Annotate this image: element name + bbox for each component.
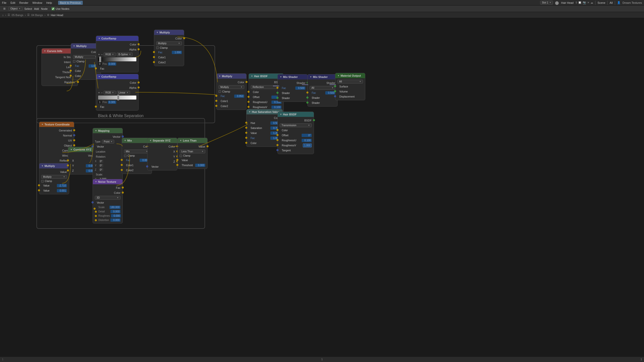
hair-bsdf2-header[interactable]: ▼ Hair BSDF bbox=[278, 112, 314, 117]
status-mid: 1 bbox=[321, 358, 323, 361]
mm-color-out: Color bbox=[154, 36, 184, 41]
less-than-header[interactable]: ▼ Less Than bbox=[178, 138, 207, 143]
mb-dropdown[interactable]: Multiply ▼ bbox=[39, 174, 69, 179]
mix-shader1-node[interactable]: ▼ Mix Shader Shader Fac 0.500 Shader Sha… bbox=[277, 74, 308, 102]
cr2-add-btn[interactable]: + bbox=[98, 91, 100, 95]
socket-hb2-offset-in bbox=[276, 134, 278, 136]
multiply-bottom-header[interactable]: ▼ Multiply bbox=[39, 163, 69, 168]
socket-mmi-fac-in bbox=[215, 95, 217, 97]
add-btn[interactable]: Add bbox=[34, 7, 39, 10]
mt-clamp-check[interactable] bbox=[73, 60, 75, 63]
socket-sxyz-vec-in bbox=[146, 165, 148, 167]
socket-hb1-roughv-in bbox=[248, 106, 250, 108]
nt-rough-row: Roughnes 0.000 bbox=[93, 214, 123, 218]
breadcrumb-05bangs[interactable]: 05 Bangs bbox=[12, 14, 23, 17]
layout-icon[interactable]: ⊞ bbox=[2, 7, 7, 11]
sxyz-color-out: Color bbox=[147, 144, 177, 149]
mo-dropdown[interactable]: All ▼ bbox=[335, 79, 365, 84]
mapping-header[interactable]: ▼ Mapping bbox=[93, 128, 123, 133]
separate-xyz-node[interactable]: ▼ Separate XYZ Color X Y Z Vector bbox=[147, 138, 177, 170]
breadcrumb-hairhead[interactable]: Hair Head bbox=[51, 14, 63, 17]
noise-texture-header[interactable]: ▼ Noise Texture bbox=[93, 179, 123, 184]
socket-cr1-alpha bbox=[138, 48, 140, 50]
menu-file[interactable]: File bbox=[2, 1, 7, 4]
hs-color-out: Color bbox=[247, 115, 283, 120]
cr2-fac-in: Fac bbox=[96, 104, 138, 109]
cr1-marker-left[interactable] bbox=[99, 57, 101, 62]
cr2-remove-btn[interactable]: − bbox=[101, 91, 103, 95]
map-type-dropdown[interactable]: Point ▼ bbox=[102, 140, 114, 144]
mb-clamp-check[interactable] bbox=[41, 180, 44, 183]
multiply-mid-node[interactable]: ▼ Multiply Color Multiply ▼ Clamp Fac bbox=[216, 73, 247, 110]
socket-nt-color-out bbox=[122, 192, 124, 194]
tool-icon-5[interactable]: ☁ bbox=[590, 1, 593, 4]
multiply-mid-header[interactable]: ▼ Multiply bbox=[217, 74, 246, 79]
cr1-rgb-dropdown[interactable]: RGB▼ bbox=[104, 53, 116, 56]
menu-render[interactable]: Render bbox=[19, 1, 28, 4]
select-btn[interactable]: Select bbox=[24, 7, 32, 10]
node-btn[interactable]: Node bbox=[41, 7, 48, 10]
hair-bsdf2-node[interactable]: ▼ Hair BSDF BSDF Transmission ▼ Color Of… bbox=[277, 112, 314, 154]
hue-sat-header[interactable]: ▼ Hue Saturation Value bbox=[247, 109, 283, 114]
material-output-header[interactable]: ▼ Material Output bbox=[335, 73, 365, 78]
map-type-row: Type: Point ▼ bbox=[93, 139, 123, 144]
socket-mm-c2-in bbox=[153, 61, 155, 63]
cr2-gradient-bar[interactable] bbox=[98, 96, 136, 100]
cr1-gradient-bar[interactable] bbox=[98, 57, 136, 61]
noise-texture-node[interactable]: ▼ Noise Texture Fac Color 3D ▼ Vector bbox=[93, 179, 123, 223]
mm-fac-row: Fac 1.000 bbox=[154, 50, 184, 55]
hb2-type-dropdown[interactable]: Transmission ▼ bbox=[278, 123, 314, 128]
socket-mix-c1-in bbox=[121, 164, 123, 166]
colorramp2-header[interactable]: ▼ ColorRamp bbox=[96, 74, 138, 79]
material-output-node[interactable]: ▼ Material Output All ▼ Surface Volume D… bbox=[335, 73, 365, 100]
use-nodes-checkbox[interactable] bbox=[52, 7, 55, 10]
tool-icon-3[interactable]: 📷 bbox=[583, 1, 586, 4]
multiply-bottom-node[interactable]: ▼ Multiply Value Multiply ▼ Clamp Value bbox=[39, 163, 69, 194]
menu-window[interactable]: Window bbox=[32, 1, 42, 4]
mb-val1-in: Value -2.710 bbox=[39, 183, 69, 188]
back-button[interactable]: Back to Previous bbox=[58, 1, 83, 5]
mix-clamp-check[interactable] bbox=[124, 155, 127, 157]
cr1-alpha-out: Alpha bbox=[96, 47, 138, 52]
colorramp1-header[interactable]: ▼ ColorRamp bbox=[96, 36, 138, 41]
tool-icon-1[interactable]: 9 bbox=[576, 1, 577, 4]
separate-xyz-header[interactable]: ▼ Separate XYZ bbox=[147, 138, 177, 143]
cr1-interp-dropdown[interactable]: B-Spline▼ bbox=[117, 53, 133, 56]
cr2-controls: + − RGB▼ Linear▼ bbox=[96, 90, 138, 95]
lt-type-dropdown[interactable]: Less Than ▼ bbox=[178, 149, 207, 154]
mix-shader1-header[interactable]: ▼ Mix Shader bbox=[278, 74, 307, 79]
hb2-color-in: Color bbox=[278, 128, 314, 133]
mix-shader1-body: Shader Fac 0.500 Shader Shader bbox=[278, 79, 307, 102]
cr2-marker-mid[interactable] bbox=[117, 95, 119, 100]
multiply-main-node[interactable]: ▼ Multiply Color Multiply ▼ Clamp Fac bbox=[154, 30, 184, 66]
mmi-clamp-check[interactable] bbox=[219, 90, 221, 93]
texture-coord-header[interactable]: ▼ Texture Coordinate bbox=[39, 122, 74, 127]
cr2-rgb-dropdown[interactable]: RGB▼ bbox=[104, 91, 116, 95]
menu-help[interactable]: Help bbox=[46, 1, 52, 4]
cr1-remove-btn[interactable]: − bbox=[101, 53, 103, 56]
mm-clamp-check[interactable] bbox=[156, 47, 159, 49]
cr2-interp-dropdown[interactable]: Linear▼ bbox=[117, 91, 130, 95]
socket-tc-uv bbox=[73, 139, 75, 141]
mix-shader2-node[interactable]: ▼ Mix Shader Shader All ▼ Fac 0.500 Sh bbox=[307, 74, 338, 107]
less-than-node[interactable]: ▼ Less Than Value Less Than ▼ Clamp Valu… bbox=[177, 138, 208, 169]
menu-edit[interactable]: Edit bbox=[11, 1, 15, 4]
mmi-c1-row: Color1 bbox=[217, 99, 246, 104]
slot-select[interactable]: Slot 1 ▼ bbox=[540, 1, 553, 5]
multiply-main-header[interactable]: ▼ Multiply bbox=[154, 30, 184, 35]
nt-dim-dropdown[interactable]: 3D ▼ bbox=[93, 195, 123, 200]
mix-shader2-header[interactable]: ▼ Mix Shader bbox=[308, 74, 337, 79]
socket-tc-object bbox=[73, 144, 75, 146]
cr1-add-btn[interactable]: + bbox=[98, 53, 100, 56]
tool-icon-4[interactable]: ✕ bbox=[587, 1, 589, 4]
lt-clamp-check[interactable] bbox=[180, 155, 182, 157]
breadcrumb-04bangs[interactable]: 04 Bangs bbox=[31, 14, 43, 17]
ms2-dropdown[interactable]: All ▼ bbox=[308, 85, 337, 90]
colorramp2-node[interactable]: ▼ ColorRamp Color Alpha + − RGB▼ Linear▼ bbox=[96, 74, 139, 111]
nt-detail-row: Detail 0.000 bbox=[93, 209, 123, 214]
colorramp1-node[interactable]: ▼ ColorRamp Color Alpha + − RGB▼ B-Splin… bbox=[96, 36, 139, 72]
tool-icon-2[interactable]: 🔲 bbox=[578, 1, 582, 4]
mmi-dropdown[interactable]: Multiply ▼ bbox=[217, 85, 246, 89]
node-editor-canvas[interactable]: Randomness ▼ Curves Info Is Strand Inter… bbox=[0, 18, 644, 356]
mode-dropdown[interactable]: Object ▼ bbox=[9, 7, 22, 11]
